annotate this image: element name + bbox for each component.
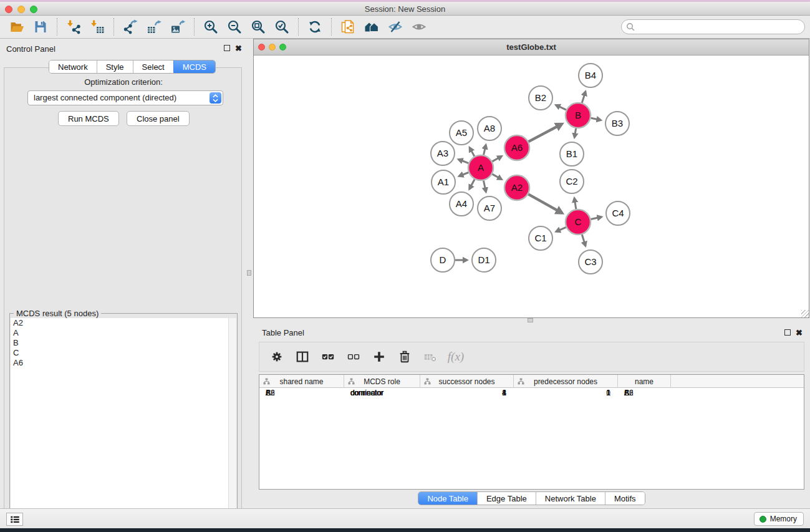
graph-edge-A-A2[interactable] (492, 174, 501, 179)
add-column-icon[interactable] (370, 347, 388, 366)
zoom-in-icon[interactable] (199, 17, 223, 37)
tab-node-table[interactable]: Node Table (418, 492, 477, 505)
float-panel-icon[interactable] (224, 45, 230, 51)
copy-network-icon[interactable] (336, 17, 360, 37)
search-input[interactable] (621, 19, 805, 34)
table-close-panel-icon[interactable]: ✖ (796, 329, 803, 336)
graph-node-C3[interactable] (579, 250, 602, 274)
mcds-result-list[interactable]: A2ABCA6 (11, 318, 228, 525)
graph-edge-C-C4[interactable] (591, 217, 602, 220)
graph-node-A8[interactable] (478, 117, 501, 140)
tab-style[interactable]: Style (97, 60, 133, 73)
criterion-dropdown[interactable]: largest connected component (directed) (27, 90, 223, 105)
tab-edge-table[interactable]: Edge Table (477, 492, 536, 505)
graph-node-B2[interactable] (529, 86, 552, 110)
network-graph[interactable]: B4B2BB3A8A5A6A3B1AC2A1A2A4A7C4CC1C3DD1 (254, 56, 809, 317)
tab-mcds[interactable]: MCDS (173, 60, 215, 73)
horizontal-split-divider[interactable] (253, 318, 810, 323)
graph-node-A5[interactable] (450, 121, 473, 145)
task-history-button[interactable] (6, 513, 23, 526)
table-row[interactable] (259, 399, 804, 409)
graph-node-A7[interactable] (478, 196, 501, 220)
table-row[interactable] (259, 409, 804, 419)
vertical-split-divider[interactable] (246, 39, 253, 508)
result-item[interactable]: C (11, 348, 228, 358)
graph-edge-A-A6[interactable] (492, 157, 501, 162)
select-all-icon[interactable] (319, 347, 337, 366)
graph-edge-B-B4[interactable] (582, 92, 586, 103)
column-header[interactable]: shared name (259, 375, 344, 388)
import-table-icon[interactable] (85, 17, 109, 37)
result-scrollbar[interactable] (228, 318, 236, 525)
node-table[interactable]: shared nameMCDS rolesuccessor nodesprede… (259, 374, 804, 490)
graph-edge-A-A7[interactable] (483, 181, 486, 192)
tab-network[interactable]: Network (49, 60, 97, 73)
column-header[interactable]: MCDS role (344, 375, 420, 388)
function-builder-icon[interactable]: f(x) (447, 347, 465, 366)
table-cell[interactable]: 1 (420, 388, 506, 398)
gear-icon[interactable] (268, 347, 286, 366)
column-header[interactable]: successor nodes (420, 375, 514, 388)
graph-node-A4[interactable] (450, 192, 473, 216)
graph-edge-A6-B[interactable] (529, 124, 562, 142)
graph-edge-A-A8[interactable] (484, 145, 486, 155)
tab-network-table[interactable]: Network Table (536, 492, 605, 505)
show-panel-icon[interactable] (407, 17, 431, 37)
split-collapse-handle[interactable] (247, 270, 251, 276)
graph-node-C[interactable] (566, 210, 591, 235)
hide-panel-icon[interactable] (383, 17, 407, 37)
graph-edge-A-A4[interactable] (470, 180, 475, 190)
dropdown-stepper[interactable] (210, 92, 221, 104)
graph-node-A6[interactable] (504, 135, 529, 160)
graph-edge-C-C3[interactable] (582, 235, 586, 246)
export-table-icon[interactable] (142, 17, 166, 37)
graph-node-A2[interactable] (504, 175, 529, 200)
graph-node-A3[interactable] (431, 142, 455, 165)
graph-edge-A-A1[interactable] (459, 173, 468, 177)
graph-node-B3[interactable] (605, 112, 629, 135)
graph-node-A1[interactable] (432, 170, 455, 194)
result-item[interactable]: B (11, 338, 228, 348)
column-header[interactable]: predecessor nodes (514, 375, 618, 388)
graph-edge-C-C1[interactable] (556, 227, 566, 231)
graph-node-D1[interactable] (472, 248, 496, 272)
memory-button[interactable]: Memory (754, 512, 804, 526)
network-window-titlebar[interactable]: testGlobe.txt (254, 39, 809, 56)
graph-edge-B-B3[interactable] (591, 118, 601, 120)
run-mcds-button[interactable]: Run MCDS (58, 111, 119, 126)
graph-edge-B-B1[interactable] (574, 128, 576, 138)
graph-edge-A2-C[interactable] (528, 194, 562, 213)
graph-node-C2[interactable] (560, 170, 584, 193)
table-cell[interactable]: A6 (624, 388, 671, 398)
deselect-all-icon[interactable] (345, 347, 362, 366)
window-resize-grip[interactable] (801, 310, 809, 317)
destroy-table-icon[interactable] (422, 347, 439, 366)
graph-node-C4[interactable] (606, 201, 630, 225)
export-network-icon[interactable] (118, 17, 142, 37)
result-item[interactable]: A6 (11, 358, 228, 368)
export-image-icon[interactable] (166, 17, 190, 37)
refresh-icon[interactable] (303, 17, 327, 37)
table-cell[interactable]: 1 (514, 388, 610, 398)
graph-edge-B-B2[interactable] (556, 105, 566, 110)
table-cell[interactable]: connector (350, 388, 420, 398)
graph-edge-A-A5[interactable] (470, 148, 475, 157)
home-icon[interactable] (360, 17, 383, 37)
tab-select[interactable]: Select (133, 60, 173, 73)
table-row[interactable] (259, 419, 804, 429)
open-file-icon[interactable] (5, 17, 29, 37)
result-item[interactable]: A2 (11, 318, 228, 328)
graph-node-D[interactable] (431, 248, 455, 272)
graph-node-A[interactable] (468, 155, 493, 180)
column-header[interactable]: name (618, 375, 671, 388)
import-network-icon[interactable] (62, 17, 85, 37)
zoom-fit-icon[interactable] (246, 17, 270, 37)
graph-node-C1[interactable] (529, 226, 552, 250)
graph-node-B[interactable] (566, 103, 591, 128)
graph-node-B4[interactable] (579, 64, 602, 87)
zoom-out-icon[interactable] (223, 17, 246, 37)
tab-motifs[interactable]: Motifs (605, 492, 645, 505)
save-session-icon[interactable] (29, 17, 52, 37)
delete-column-icon[interactable] (396, 347, 413, 366)
split-collapse-handle-horizontal[interactable] (528, 318, 533, 322)
